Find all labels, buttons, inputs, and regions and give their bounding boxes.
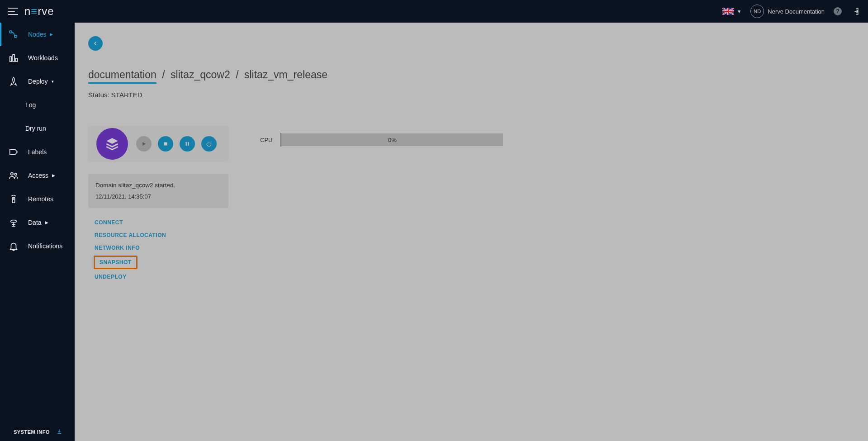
chevron-right-icon: ▶: [50, 32, 53, 37]
svg-point-13: [13, 199, 14, 199]
sidebar-label-workloads: Workloads: [28, 54, 58, 62]
language-dropdown-caret-icon[interactable]: ▼: [737, 9, 741, 14]
action-network-info[interactable]: NETWORK INFO: [88, 242, 228, 254]
breadcrumb-segment-1[interactable]: slitaz_qcow2: [171, 69, 230, 81]
event-message: Domain slitaz_qcow2 started.: [95, 182, 221, 189]
sidebar-item-notifications[interactable]: Notifications: [0, 234, 75, 258]
data-icon: [8, 217, 19, 228]
access-icon: [8, 170, 19, 181]
main-content: documentation / slitaz_qcow2 / slitaz_vm…: [75, 23, 868, 441]
event-card: Domain slitaz_qcow2 started. 12/11/2021,…: [88, 174, 228, 208]
language-flag-icon[interactable]: [722, 8, 734, 15]
action-connect[interactable]: CONNECT: [88, 216, 228, 229]
svg-rect-12: [12, 197, 15, 203]
workloads-icon: [8, 52, 19, 63]
topbar: n≡rve ▼ ND Nerve Documentation ?: [0, 0, 868, 23]
workload-type-icon: [96, 128, 128, 160]
back-button[interactable]: [88, 36, 103, 51]
notifications-icon: [8, 241, 19, 251]
svg-rect-8: [13, 55, 14, 62]
sidebar-label-notifications: Notifications: [28, 242, 62, 250]
svg-rect-16: [188, 142, 189, 146]
breadcrumb-segment-2[interactable]: slitaz_vm_release: [244, 69, 327, 81]
status-value: STARTED: [111, 91, 142, 99]
sidebar-item-workloads[interactable]: Workloads: [0, 46, 75, 70]
status-label: Status:: [88, 91, 111, 99]
user-avatar[interactable]: ND: [750, 5, 764, 18]
breadcrumb-segment-0[interactable]: documentation: [88, 69, 157, 81]
sidebar-item-labels[interactable]: Labels: [0, 140, 75, 164]
sidebar-label-labels: Labels: [28, 148, 47, 156]
user-name-label[interactable]: Nerve Documentation: [768, 8, 825, 15]
svg-point-6: [14, 35, 17, 38]
chevron-right-icon: ▶: [45, 220, 48, 225]
sidebar-item-data[interactable]: Data ▶: [0, 211, 75, 234]
breadcrumb-separator: /: [162, 69, 165, 81]
status-line: Status: STARTED: [88, 91, 868, 99]
logo[interactable]: n≡rve: [24, 5, 54, 18]
cpu-label: CPU: [260, 137, 272, 143]
chevron-right-icon: ▶: [52, 173, 55, 178]
svg-rect-7: [10, 57, 12, 62]
sidebar-label-log: Log: [25, 101, 36, 109]
logout-icon[interactable]: [851, 7, 860, 16]
hamburger-menu-icon[interactable]: [8, 8, 18, 15]
play-button[interactable]: [136, 136, 152, 152]
cpu-percent-value: 0%: [388, 137, 397, 143]
svg-point-5: [9, 31, 12, 33]
action-undeploy[interactable]: UNDEPLOY: [88, 270, 228, 283]
control-card: [88, 126, 228, 162]
download-icon: [56, 428, 62, 436]
remotes-icon: [8, 194, 19, 204]
sidebar-item-access[interactable]: Access ▶: [0, 164, 75, 187]
action-list: CONNECT RESOURCE ALLOCATION NETWORK INFO…: [88, 216, 228, 283]
breadcrumb-text-0: documentation: [88, 69, 157, 81]
help-icon[interactable]: ?: [834, 7, 842, 15]
action-resource-allocation[interactable]: RESOURCE ALLOCATION: [88, 229, 228, 242]
deploy-icon: [8, 76, 19, 87]
avatar-initials: ND: [754, 9, 761, 14]
logo-accent: ≡: [31, 5, 38, 18]
sidebar-item-deploy[interactable]: Deploy ▾: [0, 70, 75, 93]
breadcrumb-separator: /: [236, 69, 238, 81]
sidebar-item-log[interactable]: Log: [0, 93, 75, 117]
svg-rect-14: [164, 142, 167, 146]
logo-post: rve: [38, 5, 54, 18]
system-info-label: SYSTEM INFO: [14, 429, 50, 435]
chevron-down-icon: ▾: [52, 79, 54, 84]
svg-rect-4: [722, 11, 734, 12]
event-timestamp: 12/11/2021, 14:35:07: [95, 193, 221, 200]
sidebar-label-dryrun: Dry run: [25, 125, 46, 132]
restart-button[interactable]: [201, 136, 217, 152]
sidebar-item-nodes[interactable]: Nodes ▶: [0, 23, 75, 46]
sidebar: Nodes ▶ Workloads Deploy ▾ Log Dry run: [0, 23, 75, 441]
sidebar-item-dryrun[interactable]: Dry run: [0, 117, 75, 140]
sidebar-label-access: Access: [28, 172, 48, 179]
logo-pre: n: [24, 5, 31, 18]
svg-rect-9: [16, 58, 18, 62]
breadcrumb: documentation / slitaz_qcow2 / slitaz_vm…: [88, 69, 868, 81]
sidebar-label-data: Data: [28, 219, 42, 226]
sidebar-label-remotes: Remotes: [28, 195, 53, 203]
sidebar-label-nodes: Nodes: [28, 31, 46, 38]
svg-point-11: [14, 173, 17, 175]
svg-rect-15: [186, 142, 187, 146]
pause-button[interactable]: [180, 136, 195, 152]
sidebar-label-deploy: Deploy: [28, 78, 48, 85]
cpu-panel: CPU 0%: [260, 133, 503, 147]
stop-button[interactable]: [158, 136, 173, 152]
svg-point-10: [11, 173, 13, 175]
action-snapshot[interactable]: SNAPSHOT: [94, 256, 138, 269]
nodes-icon: [8, 29, 19, 40]
system-info-link[interactable]: SYSTEM INFO: [0, 423, 75, 441]
cpu-usage-bar: 0%: [281, 133, 503, 146]
sidebar-item-remotes[interactable]: Remotes: [0, 187, 75, 211]
labels-icon: [8, 147, 19, 157]
